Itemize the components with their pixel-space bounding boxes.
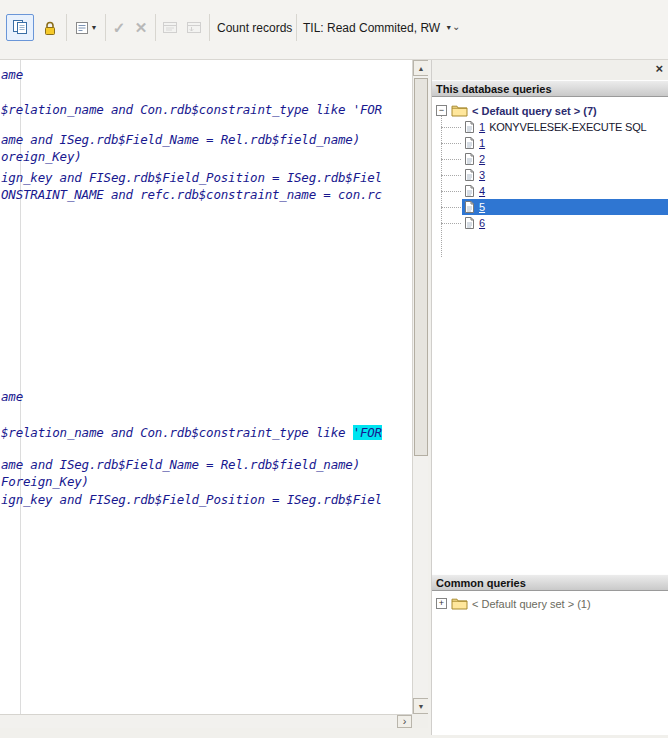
sql-editor[interactable]: ame $relation_name and Con.rdb$constrain…: [0, 60, 412, 714]
folder-icon: [451, 104, 468, 117]
commit-check-button[interactable]: ✓: [108, 14, 130, 41]
copy-button[interactable]: [6, 14, 34, 41]
queries-panel: × This database queries − < Default quer…: [431, 60, 668, 735]
scroll-up-icon[interactable]: ▲: [413, 60, 429, 76]
collapse-minus-icon[interactable]: −: [436, 105, 447, 116]
copy-pages-icon: [12, 19, 29, 36]
grid-sheet-copy-icon: [186, 20, 202, 35]
query-doc-icon: [464, 152, 475, 166]
query-doc-icon: [464, 184, 475, 198]
common-queries-header: Common queries: [432, 574, 668, 591]
query-doc-icon: [464, 216, 475, 230]
sql-text-line: ign_key and FISeg.rdb$Field_Position = I…: [1, 493, 382, 507]
grid-sheet-icon: [162, 20, 178, 35]
vertical-scroll-thumb[interactable]: [414, 78, 428, 456]
query-set-label: < Default query set > (7): [472, 105, 597, 117]
grid-icon-button-2[interactable]: [182, 14, 206, 41]
main-toolbar: ▼ ✓ ✕: [0, 0, 668, 60]
sql-text-line: ONSTRAINT_NAME and refc.rdb$constraint_n…: [1, 188, 382, 202]
sql-text-line: $relation_name and Con.rdb$constraint_ty…: [1, 103, 382, 117]
rollback-cross-button[interactable]: ✕: [130, 14, 152, 41]
query-label: KONYVELESEK-EXECUTE SQL: [489, 121, 646, 133]
query-sheet-icon: [75, 21, 89, 35]
dropdown-arrow-icon: ▼: [91, 24, 98, 31]
query-doc-icon: [464, 168, 475, 182]
query-doc-icon: [464, 136, 475, 150]
query-number: 4: [479, 185, 485, 197]
common-default-query-set-node[interactable]: + < Default query set > (1): [436, 596, 591, 611]
sql-text-line: ign_key and FISeg.rdb$Field_Position = I…: [1, 171, 382, 185]
query-doc-icon: [464, 120, 475, 134]
default-query-set-node[interactable]: − < Default query set > (7): [436, 103, 597, 118]
editor-vertical-scrollbar[interactable]: ▲ ▼: [412, 60, 428, 714]
lock-button[interactable]: [37, 14, 63, 41]
scroll-down-icon[interactable]: ▼: [413, 698, 429, 714]
lock-icon: [43, 20, 57, 36]
query-number: 1: [479, 121, 485, 133]
query-number: 3: [479, 169, 485, 181]
transaction-isolation-dropdown[interactable]: TIL: Read Commited, RW ▼: [303, 14, 452, 41]
folder-icon: [451, 597, 468, 610]
close-panel-icon[interactable]: ×: [655, 62, 663, 76]
grid-icon-button-1[interactable]: [158, 14, 182, 41]
sql-text-line: Foreign_Key): [1, 475, 89, 489]
sql-text-line: ame: [1, 68, 23, 82]
query-doc-icon: [464, 200, 475, 214]
sql-text-line: ame: [1, 390, 23, 404]
app-window: ▼ ✓ ✕: [0, 0, 668, 738]
sql-text-line-with-match: $relation_name and Con.rdb$constraint_ty…: [1, 426, 382, 440]
new-query-dropdown-button[interactable]: ▼: [70, 14, 102, 41]
query-item[interactable]: 3: [462, 167, 668, 183]
sql-text-line: oreign_Key): [1, 150, 82, 164]
query-item[interactable]: 1: [462, 135, 668, 151]
panel-caption-strip: ×: [432, 60, 668, 80]
this-database-queries-tree: − < Default query set > (7) 1 KONYVELESE…: [432, 97, 668, 574]
check-icon: ✓: [113, 19, 126, 37]
query-item[interactable]: 1 KONYVELESEK-EXECUTE SQL: [462, 119, 668, 135]
query-item[interactable]: 4: [462, 183, 668, 199]
til-label: TIL: Read Commited, RW: [303, 21, 440, 35]
sql-text-line: ame and ISeg.rdb$Field_Name = Rel.rdb$fi…: [1, 133, 360, 147]
cross-icon: ✕: [135, 19, 148, 37]
expand-plus-icon[interactable]: +: [436, 598, 447, 609]
query-item[interactable]: 6: [462, 215, 668, 231]
scrollbar-corner: [412, 714, 428, 728]
sql-text-line: ame and ISeg.rdb$Field_Name = Rel.rdb$fi…: [1, 458, 360, 472]
tree-connector-line: [441, 114, 442, 257]
toolbar-overflow-chevron-icon[interactable]: ⌄: [452, 22, 460, 32]
query-number: 5: [479, 201, 485, 213]
this-database-queries-header: This database queries: [432, 80, 668, 97]
scroll-right-icon[interactable]: ›: [397, 715, 412, 728]
query-number: 6: [479, 217, 485, 229]
query-number: 1: [479, 137, 485, 149]
search-match-highlight: 'FOR: [353, 425, 382, 440]
editor-horizontal-scrollbar[interactable]: ›: [0, 714, 412, 728]
query-number: 2: [479, 153, 485, 165]
query-item-selected[interactable]: 5: [462, 199, 668, 215]
count-records-button[interactable]: Count records: [213, 14, 296, 41]
common-query-set-label: < Default query set > (1): [472, 598, 591, 610]
query-item[interactable]: 2: [462, 151, 668, 167]
